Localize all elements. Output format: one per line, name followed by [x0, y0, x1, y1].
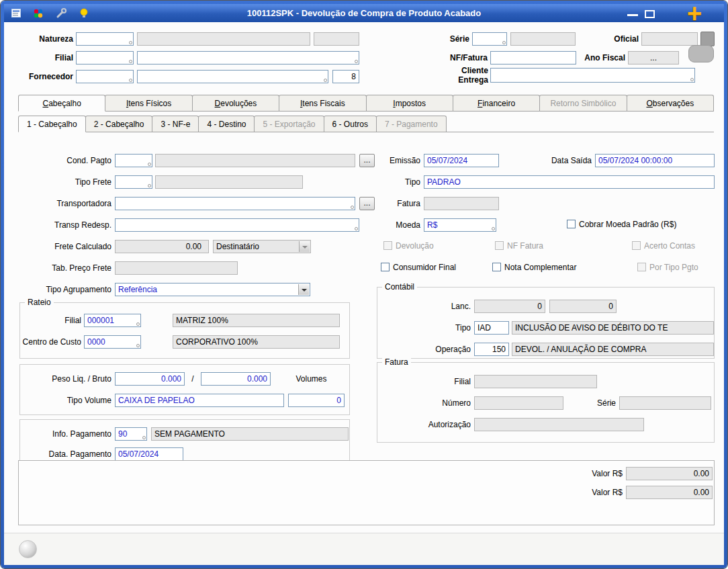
transp-redesp-field[interactable]: [115, 218, 359, 232]
info-pagamento-label: Info. Pagamento: [21, 429, 111, 439]
fatura-label: Fatura: [375, 199, 420, 208]
cliente-entrega-field[interactable]: [490, 68, 695, 83]
field-value: Referência: [118, 285, 157, 294]
data-saida-label: Data Saída: [531, 156, 592, 165]
cond-pagto-code-field[interactable]: [115, 154, 152, 167]
field-value: 0: [537, 302, 542, 311]
tipo-field[interactable]: PADRAO: [424, 175, 715, 189]
rateio-filial-label: Filial: [28, 316, 81, 325]
checkbox-consumidor-final[interactable]: Consumidor Final: [381, 262, 456, 272]
transportadora-field[interactable]: [115, 197, 355, 210]
autorizacao-field: [474, 418, 644, 431]
subtab-1-cabecalho[interactable]: 1 - Cabeçalho: [18, 116, 86, 132]
oficial-field: [641, 32, 698, 46]
contabil-tipo-desc-field: INCLUSÃO DE AVISO DE DÉBITO DO TE: [512, 321, 714, 335]
rateio-group: [19, 302, 350, 359]
lookup-icon: [351, 206, 354, 209]
subtab-2-cabecalho[interactable]: 2 - Cabeçalho: [85, 116, 153, 132]
tab-itens-fiscais[interactable]: Itens Fiscais: [279, 95, 366, 111]
peso-bruto-field[interactable]: 0.000: [201, 372, 271, 386]
main-tab-bar: Cabeçalho Itens Físicos Devoluções Itens…: [18, 95, 714, 112]
serie-code-field[interactable]: [472, 32, 507, 46]
subtab-5-exportacao: 5 - Exportação: [254, 116, 324, 132]
info-pagamento-code-field[interactable]: 90: [115, 427, 147, 441]
peso-liquido-field[interactable]: 0.000: [115, 372, 185, 386]
nf-fatura-field[interactable]: [490, 51, 576, 64]
transportadora-ellipsis-button[interactable]: ...: [359, 197, 375, 210]
tab-itens-fisicos[interactable]: Itens Físicos: [105, 95, 192, 111]
totvs-braid-icon[interactable]: [32, 7, 44, 19]
lookup-icon: [129, 79, 132, 82]
tipo-label: Tipo: [375, 177, 420, 187]
wrench-icon[interactable]: [55, 7, 67, 19]
filial-desc-field[interactable]: [137, 51, 359, 64]
field-value: 0: [608, 302, 613, 311]
tipo-agrupamento-combo[interactable]: Referência: [115, 283, 310, 296]
field-value: 05/07/2024: [118, 449, 158, 459]
lookup-icon: [142, 436, 146, 439]
checkbox-label: Cobrar Moeda Padrão (R$): [579, 220, 676, 229]
tab-cabecalho[interactable]: Cabeçalho: [18, 95, 105, 112]
rateio-filial-code-field[interactable]: 000001: [84, 314, 141, 327]
header-gray-button[interactable]: [700, 32, 715, 46]
operacao-code-field[interactable]: 150: [474, 343, 509, 356]
tipo-volume-field[interactable]: CAIXA DE PAPELAO: [115, 394, 284, 407]
centro-custo-code-field[interactable]: 0000: [84, 335, 141, 349]
lookup-icon: [129, 60, 132, 63]
subtab-4-destino[interactable]: 4 - Destino: [198, 116, 255, 132]
fornecedor-code-field[interactable]: [76, 70, 134, 83]
frete-destinatario-combo: Destinatário: [213, 240, 311, 253]
status-bar: [4, 533, 724, 565]
lanc2-field: 0: [549, 300, 617, 313]
lookup-icon: [148, 163, 151, 166]
checkbox-cobrar-moeda-padrao[interactable]: Cobrar Moeda Padrão (R$): [567, 219, 676, 229]
checkbox-devolucao: Devolução: [383, 240, 434, 251]
tab-retorno-simbolico: Retorno Simbólico: [539, 95, 627, 111]
maximize-button[interactable]: [645, 10, 655, 18]
nf-fatura-label: NF/Fatura: [429, 53, 488, 62]
numero-field: [474, 396, 563, 410]
checkbox-box: [632, 241, 641, 250]
checkbox-nota-complementar[interactable]: Nota Complementar: [492, 262, 576, 272]
emissao-field[interactable]: 05/07/2024: [424, 154, 499, 167]
subtab-6-outros[interactable]: 6 - Outros: [324, 116, 377, 132]
lookup-icon: [355, 60, 358, 63]
tab-financeiro[interactable]: Financeiro: [453, 95, 540, 111]
lightbulb-icon[interactable]: [78, 7, 90, 19]
operacao-desc-field: DEVOL. / ANULAÇÃO DE COMPRA: [512, 343, 714, 356]
rateio-group-title: Rateio: [25, 298, 54, 307]
chevron-down-icon[interactable]: [298, 284, 309, 295]
tab-observacoes[interactable]: Observações: [627, 95, 714, 111]
tab-impostos[interactable]: Impostos: [366, 95, 453, 111]
data-pagamento-label: Data. Pagamento: [21, 449, 111, 459]
tab-devolucoes[interactable]: Devoluções: [192, 95, 279, 111]
title-bar[interactable]: 100112SPK - Devolução de Compra de Produ…: [4, 4, 724, 22]
fornecedor-qty-field: 8: [332, 70, 359, 83]
checkbox-box: [495, 241, 504, 250]
cond-pagto-ellipsis-button[interactable]: ...: [359, 154, 375, 167]
oficial-label: Oficial: [594, 34, 639, 44]
moeda-field[interactable]: R$: [424, 218, 496, 232]
lookup-icon: [136, 344, 140, 347]
volumes-field[interactable]: 0: [288, 394, 345, 407]
tipo-frete-code-field[interactable]: [115, 175, 152, 189]
natureza-code-field[interactable]: [76, 32, 134, 46]
sub-tab-bar: 1 - Cabeçalho 2 - Cabeçalho 3 - NF-e 4 -…: [18, 116, 714, 132]
fatura-serie-label: Série: [570, 398, 616, 408]
menu-icon[interactable]: [11, 7, 23, 19]
fornecedor-desc-field[interactable]: [137, 70, 328, 83]
fatura-filial-field: [474, 375, 597, 388]
valor1-label: Valor R$: [563, 469, 623, 478]
subtab-7-pagamento: 7 - Pagamento: [376, 116, 447, 132]
contabil-tipo-code-field[interactable]: IAD: [474, 321, 509, 335]
minimize-button[interactable]: [627, 14, 638, 16]
data-saida-field[interactable]: 05/07/2024 00:00:00: [595, 154, 715, 167]
fatura-field: [424, 197, 499, 210]
filial-code-field[interactable]: [76, 51, 134, 64]
data-pagamento-field[interactable]: 05/07/2024: [115, 447, 183, 461]
tipo-agrupamento-label: Tipo Agrupamento: [21, 285, 111, 294]
lanc1-field: 0: [474, 300, 545, 313]
peso-separator: /: [188, 374, 197, 384]
fatura-filial-label: Filial: [404, 377, 471, 386]
subtab-3-nfe[interactable]: 3 - NF-e: [152, 116, 199, 132]
